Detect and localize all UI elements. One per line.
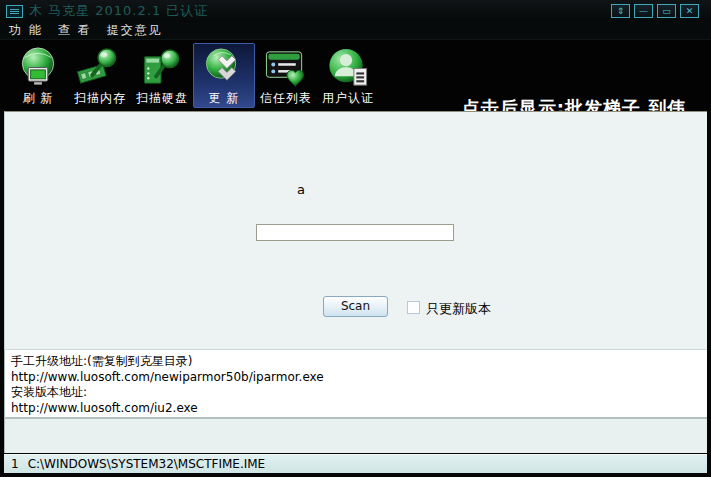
user-auth-button[interactable]: 用户认证 bbox=[317, 43, 379, 108]
scan-button[interactable]: Scan bbox=[323, 296, 388, 317]
field-label: a bbox=[297, 182, 305, 197]
title-bar: 木 马克星 2010.2.1 已认证 ⇕ — ▭ ✕ bbox=[0, 0, 711, 22]
maximize-icon[interactable]: ▭ bbox=[657, 4, 676, 18]
trust-list-icon bbox=[263, 45, 309, 90]
only-update-version-checkbox[interactable] bbox=[407, 301, 420, 314]
toolbar-label: 信任列表 bbox=[260, 90, 312, 107]
refresh-icon bbox=[15, 45, 61, 90]
update-button[interactable]: 更 新 bbox=[193, 43, 255, 108]
menu-item-feedback[interactable]: 提交意见 bbox=[107, 22, 163, 39]
trust-list-button[interactable]: 信任列表 bbox=[255, 43, 317, 108]
toolbar-label: 扫描内存 bbox=[74, 90, 126, 107]
update-panel: a Scan 只更新版本 bbox=[4, 111, 707, 349]
scan-memory-icon bbox=[77, 45, 123, 90]
refresh-button[interactable]: 刷 新 bbox=[7, 43, 69, 108]
status-bar: 1 C:\WINDOWS\SYSTEM32\MSCTFIME.IME bbox=[4, 454, 707, 473]
status-index: 1 bbox=[11, 457, 19, 471]
minimize-icon[interactable]: — bbox=[634, 4, 653, 18]
rollup-icon[interactable]: ⇕ bbox=[611, 4, 630, 18]
scan-memory-button[interactable]: 扫描内存 bbox=[69, 43, 131, 108]
menu-item-view[interactable]: 查 看 bbox=[58, 22, 92, 39]
scan-disk-button[interactable]: 扫描硬盘 bbox=[131, 43, 193, 108]
upgrade-info-box: 手工升级地址:(需复制到克星目录) http://www.luosoft.com… bbox=[4, 349, 707, 417]
info-line-manual-title: 手工升级地址:(需复制到克星目录) bbox=[11, 354, 707, 370]
user-auth-icon bbox=[325, 45, 371, 90]
info-line-install-url: http://www.luosoft.com/iu2.exe bbox=[11, 401, 707, 417]
close-icon[interactable]: ✕ bbox=[680, 4, 699, 18]
scan-disk-icon bbox=[139, 45, 185, 90]
update-icon bbox=[201, 45, 247, 90]
toolbar-label: 用户认证 bbox=[322, 90, 374, 107]
window-controls: ⇕ — ▭ ✕ bbox=[611, 4, 705, 18]
toolbar-label: 更 新 bbox=[209, 90, 240, 107]
info-line-install-title: 安装版本地址: bbox=[11, 385, 707, 401]
menu-bar: 功 能 查 看 提交意见 bbox=[0, 22, 711, 40]
toolbar-label: 扫描硬盘 bbox=[136, 90, 188, 107]
checkbox-label: 只更新版本 bbox=[426, 300, 491, 318]
application-window: 木 马克星 2010.2.1 已认证 ⇕ — ▭ ✕ 功 能 查 看 提交意见 bbox=[0, 0, 711, 477]
update-input[interactable] bbox=[256, 224, 454, 241]
app-icon bbox=[6, 5, 23, 18]
toolbar-label: 刷 新 bbox=[23, 90, 54, 107]
menu-item-functions[interactable]: 功 能 bbox=[9, 22, 43, 39]
lower-panel bbox=[4, 417, 707, 453]
window-title: 木 马克星 2010.2.1 已认证 bbox=[29, 2, 208, 20]
toolbar: 刷 新 扫描内存 bbox=[0, 40, 711, 111]
status-path: C:\WINDOWS\SYSTEM32\MSCTFIME.IME bbox=[28, 457, 266, 471]
info-line-manual-url: http://www.luosoft.com/newiparmor50b/ipa… bbox=[11, 370, 707, 386]
